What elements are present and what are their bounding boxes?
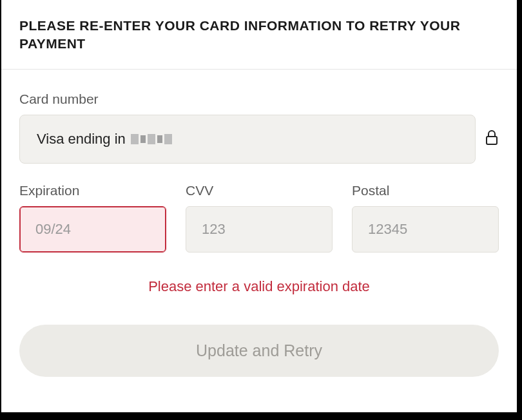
payment-form: Card number Visa ending in Expiration bbox=[1, 70, 517, 377]
modal-title: PLEASE RE-ENTER YOUR CARD INFORMATION TO… bbox=[19, 17, 499, 53]
payment-retry-modal: PLEASE RE-ENTER YOUR CARD INFORMATION TO… bbox=[1, 0, 517, 412]
expiration-field: Expiration bbox=[19, 183, 166, 253]
card-number-display: Visa ending in bbox=[19, 115, 476, 164]
svg-rect-0 bbox=[487, 137, 497, 144]
card-number-row: Visa ending in bbox=[19, 115, 499, 164]
cvv-field: CVV bbox=[186, 183, 333, 253]
cvv-label: CVV bbox=[186, 183, 333, 198]
card-display-prefix: Visa ending in bbox=[37, 131, 126, 148]
expiration-input[interactable] bbox=[19, 206, 166, 253]
lock-icon bbox=[485, 129, 499, 149]
card-detail-fields: Expiration CVV Postal bbox=[19, 183, 499, 253]
update-and-retry-button[interactable]: Update and Retry bbox=[19, 325, 499, 377]
card-last-four-redacted bbox=[131, 134, 172, 144]
card-number-label: Card number bbox=[19, 91, 499, 107]
postal-field: Postal bbox=[352, 183, 499, 253]
cvv-input[interactable] bbox=[186, 206, 333, 253]
postal-input[interactable] bbox=[352, 206, 499, 253]
postal-label: Postal bbox=[352, 183, 499, 198]
modal-header: PLEASE RE-ENTER YOUR CARD INFORMATION TO… bbox=[1, 0, 517, 70]
expiration-label: Expiration bbox=[19, 183, 166, 198]
validation-error-message: Please enter a valid expiration date bbox=[19, 278, 499, 295]
